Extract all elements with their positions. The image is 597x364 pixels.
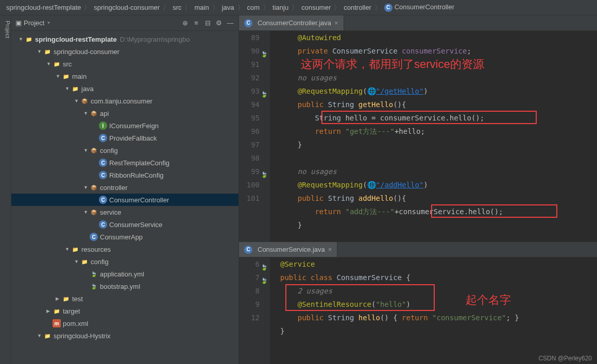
select-opened-icon[interactable]: ⊕ — [181, 19, 189, 27]
expand-all-icon[interactable]: ≡ — [192, 19, 200, 27]
package-icon: 📦 — [90, 146, 98, 154]
close-icon[interactable]: × — [334, 19, 338, 27]
folder-icon: 📁 — [71, 245, 79, 253]
breadcrumb-item[interactable]: controller — [342, 4, 373, 11]
tree-item[interactable]: CRestTemplateConfig — [11, 157, 238, 169]
folder-icon: 📁 — [53, 60, 61, 68]
tree-item[interactable]: ▶📁test — [11, 292, 238, 305]
tree-item[interactable]: ▼📁resources — [11, 243, 238, 255]
collapse-all-icon[interactable]: ⊟ — [203, 19, 212, 27]
tree-item[interactable]: ▼📁springcloud-consumer — [11, 45, 238, 58]
yml-icon: 🍃 — [90, 282, 98, 290]
tree-item[interactable]: CRibbonRuleConfig — [11, 169, 238, 181]
editor-area: C ConsumerController.java × 8990🍃919293🍃… — [239, 15, 597, 364]
tree-item-label: main — [72, 73, 87, 80]
breadcrumb-item[interactable]: com — [245, 4, 262, 11]
tab-consumer-service[interactable]: C ConsumerService.java × — [239, 242, 337, 257]
project-tool-button[interactable]: Project — [0, 15, 11, 364]
tree-item-label: api — [100, 110, 109, 117]
tree-item-label: service — [100, 209, 121, 216]
interface-icon: I — [99, 122, 107, 130]
tree-item[interactable]: ▼📁main — [11, 70, 238, 82]
tree-item-label: config — [91, 258, 109, 266]
folder-icon: 📁 — [80, 257, 89, 266]
folder-icon: 📁 — [62, 72, 70, 80]
tree-item-label: target — [63, 307, 80, 315]
tree-item[interactable]: ▼📁src — [11, 58, 238, 70]
tree-item-label: test — [72, 295, 83, 303]
class-icon: C — [99, 159, 107, 167]
close-icon[interactable]: × — [328, 246, 332, 253]
folder-icon: 📁 — [43, 332, 52, 340]
tree-item[interactable]: mpom.xml — [11, 317, 238, 330]
folder-icon: 📁 — [43, 47, 52, 56]
tree-item[interactable]: 🍃bootstrap.yml — [11, 280, 238, 292]
tree-item[interactable]: CProvideFallback — [11, 132, 238, 144]
package-icon: 📦 — [80, 97, 89, 105]
tree-item[interactable]: ▼📁config — [11, 255, 238, 268]
tree-item[interactable]: IIConsumerFeign — [11, 119, 238, 132]
class-icon: C — [244, 19, 252, 27]
tree-item-label: application.yml — [100, 270, 144, 278]
tree-item[interactable]: ▶📁target — [11, 305, 238, 317]
panel-title[interactable]: ▣ Project ▼ — [15, 19, 181, 27]
tree-item-label: RestTemplateConfig — [109, 159, 169, 167]
tree-item[interactable]: 🍃application.yml — [11, 268, 238, 280]
tree-item[interactable]: CConsumerController — [11, 194, 238, 206]
tree-item[interactable]: C▶ConsumerApp — [11, 231, 238, 243]
tree-item-label: pom.xml — [63, 320, 88, 327]
tree-item-label: resources — [81, 246, 111, 253]
tree-item-label: ConsumerService — [109, 221, 162, 229]
class-icon: C — [384, 4, 393, 12]
watermark: CSDN @Perley620 — [538, 355, 592, 362]
tree-item[interactable]: CConsumerService — [11, 218, 238, 231]
code-editor-2[interactable]: 6🍃7🍃8912 @Servicepublic class ConsumerSe… — [239, 257, 597, 364]
code-editor-1[interactable]: 8990🍃919293🍃949596979899🍃100101 @Autowir… — [239, 31, 597, 242]
tree-item[interactable]: ▼📦api — [11, 107, 238, 119]
breadcrumb-item[interactable]: springcloud-restTemplate — [4, 4, 83, 11]
breadcrumb-item[interactable]: tianju — [270, 4, 291, 11]
tree-item-label: controller — [100, 184, 127, 192]
maven-icon: m — [53, 319, 61, 327]
hide-icon[interactable]: — — [226, 19, 234, 27]
tree-item[interactable]: ▼📁springcloud-Hystrix — [11, 330, 238, 342]
tree-root[interactable]: ▼📁springcloud-restTemplateD:\Myprogram\s… — [11, 33, 238, 45]
class-icon: C — [99, 134, 107, 142]
breadcrumb-item[interactable]: springcloud-consumer — [92, 4, 162, 11]
class-icon: C — [99, 171, 107, 179]
breadcrumb-item[interactable]: src — [170, 4, 183, 11]
class-icon: C — [244, 246, 252, 254]
tree-item-label: springcloud-consumer — [54, 48, 120, 56]
tree-item[interactable]: ▼📦controller — [11, 181, 238, 194]
tree-item-label: config — [100, 147, 118, 154]
tree-item[interactable]: ▼📁java — [11, 82, 238, 95]
tab-consumer-controller[interactable]: C ConsumerController.java × — [239, 15, 344, 30]
tree-item-label: java — [81, 85, 94, 93]
class-icon: C — [99, 196, 107, 204]
tree-item-label: ConsumerApp — [100, 233, 143, 241]
project-tree[interactable]: ▼📁springcloud-restTemplateD:\Myprogram\s… — [11, 31, 238, 364]
tree-item[interactable]: ▼📦config — [11, 144, 238, 157]
tree-item[interactable]: ▼📦com.tianju.consumer — [11, 95, 238, 107]
folder-icon: 📁 — [62, 294, 70, 303]
editor-tabs-bottom: C ConsumerService.java × — [239, 242, 597, 257]
project-panel: ▣ Project ▼ ⊕ ≡ ⊟ ⚙ — ▼📁springcloud-rest… — [11, 15, 239, 364]
tree-item-label: ProvideFallback — [109, 134, 157, 142]
breadcrumb-item[interactable]: java — [220, 4, 236, 11]
class-icon: C — [99, 220, 107, 229]
package-icon: 📦 — [90, 183, 98, 192]
tree-item-label: ConsumerController — [109, 196, 169, 204]
tree-item-label: src — [63, 60, 72, 68]
tree-item-label: com.tianju.consumer — [91, 97, 152, 105]
settings-icon[interactable]: ⚙ — [215, 19, 223, 27]
breadcrumb[interactable]: springcloud-restTemplate〉springcloud-con… — [0, 0, 597, 15]
tree-item[interactable]: ▼📦service — [11, 206, 238, 218]
folder-icon: 📁 — [53, 307, 61, 315]
yml-icon: 🍃 — [90, 270, 98, 278]
tree-item-label: bootstrap.yml — [100, 283, 140, 290]
breadcrumb-item[interactable]: consumer — [299, 4, 333, 11]
editor-tabs-top: C ConsumerController.java × — [239, 15, 597, 31]
breadcrumb-item[interactable]: CConsumerController — [382, 3, 456, 12]
runnable-class-icon: C▶ — [90, 233, 98, 241]
breadcrumb-item[interactable]: main — [192, 4, 211, 11]
